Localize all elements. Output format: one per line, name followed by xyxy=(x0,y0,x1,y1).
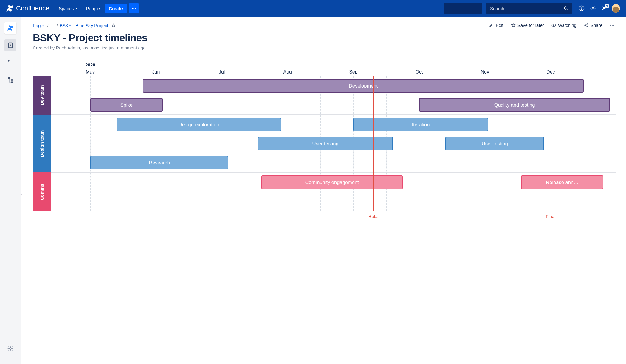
page-icon xyxy=(7,42,14,49)
gear-icon xyxy=(590,5,596,11)
chart-month-tick: May xyxy=(86,69,95,75)
chart-year: 2020 xyxy=(85,62,95,67)
roadmap-chart: 2020MayJunJulAugSepOctNovDec Dev teamDev… xyxy=(33,62,616,219)
search-input[interactable] xyxy=(489,6,563,11)
chart-lane: Design teamDesign explorationIterationUs… xyxy=(33,115,616,172)
chart-milestone-label: Final xyxy=(546,214,556,219)
nav-spaces-label: Spaces xyxy=(59,6,74,11)
page-main: Pages / … / BSKY - Blue Sky Project Edit… xyxy=(21,17,626,364)
sidebar-settings[interactable] xyxy=(4,343,16,354)
confluence-icon xyxy=(6,4,14,12)
chart-bar[interactable]: Development xyxy=(143,79,583,93)
chart-bar[interactable]: Community engagement xyxy=(261,175,403,189)
svg-point-0 xyxy=(132,8,133,9)
chart-lane: CommsCommunity engagementRelease ann… xyxy=(33,172,616,211)
chevron-down-icon xyxy=(75,7,78,10)
share-accel: S xyxy=(591,23,594,28)
settings-button[interactable] xyxy=(588,3,598,13)
confluence-icon xyxy=(7,25,14,31)
edit-rest: dit xyxy=(499,23,503,28)
breadcrumb: Pages / … / BSKY - Blue Sky Project xyxy=(33,23,116,28)
product-logo[interactable]: Confluence xyxy=(6,4,49,12)
sidebar-tree[interactable] xyxy=(4,74,16,86)
quote-icon: ” xyxy=(7,59,14,66)
star-icon xyxy=(511,23,516,28)
chart-bar[interactable]: User testing xyxy=(258,137,393,150)
chart-month-tick: Jun xyxy=(152,69,160,75)
nav-spaces[interactable]: Spaces xyxy=(56,4,81,13)
svg-point-22 xyxy=(610,25,611,26)
chart-lane-label: Comms xyxy=(33,172,51,211)
timeline-header: 2020MayJunJulAugSepOctNovDec xyxy=(51,62,616,76)
top-nav: Confluence Spaces People Create ? 2 xyxy=(0,0,626,17)
breadcrumb-parent[interactable]: BSKY - Blue Sky Project xyxy=(60,23,108,28)
breadcrumb-pages[interactable]: Pages xyxy=(33,23,46,28)
chart-lane-label: Design team xyxy=(33,115,51,172)
help-button[interactable]: ? xyxy=(577,3,587,13)
chart-bar[interactable]: Spike xyxy=(90,98,163,112)
svg-rect-14 xyxy=(11,82,13,83)
page-byline: Created by Rach Admin, last modified jus… xyxy=(33,45,616,50)
nav-people[interactable]: People xyxy=(83,4,103,13)
share-icon xyxy=(584,23,589,28)
nav-people-label: People xyxy=(86,6,100,11)
ellipsis-icon xyxy=(131,6,136,11)
unlock-icon xyxy=(111,23,116,27)
product-name: Confluence xyxy=(16,4,49,12)
watch-accel: W xyxy=(558,23,562,28)
page-more-action[interactable] xyxy=(610,23,616,28)
chart-bar[interactable]: Release ann… xyxy=(521,175,603,189)
chart-bar[interactable]: Research xyxy=(90,156,228,169)
restrictions-icon[interactable] xyxy=(111,23,116,28)
watching-action[interactable]: Watching xyxy=(551,23,577,28)
create-button[interactable]: Create xyxy=(105,4,127,13)
svg-point-18 xyxy=(553,24,554,26)
svg-point-7 xyxy=(592,8,594,9)
edit-accel: E xyxy=(496,23,499,28)
tree-icon xyxy=(7,77,14,83)
chart-lane: Dev teamDevelopmentSpikeQuality and test… xyxy=(33,76,616,115)
chart-month-tick: Sep xyxy=(349,69,357,75)
notifications-button[interactable]: 2 xyxy=(599,3,609,13)
header-placeholder xyxy=(444,3,482,14)
share-post: hare xyxy=(594,23,602,28)
chart-month-tick: Oct xyxy=(416,69,423,75)
notification-count: 2 xyxy=(605,4,609,8)
left-sidebar: ” ⋮⋮ xyxy=(0,17,21,364)
svg-point-23 xyxy=(612,25,613,26)
chart-month-tick: Dec xyxy=(546,69,555,75)
watch-post: atching xyxy=(562,23,577,28)
svg-point-24 xyxy=(613,25,614,26)
chart-bar[interactable]: User testing xyxy=(445,137,544,150)
sidebar-space-icon[interactable] xyxy=(4,22,16,34)
page-actions: Edit Save for later Watching Share xyxy=(482,23,616,28)
svg-rect-16 xyxy=(112,25,115,27)
help-icon: ? xyxy=(579,5,585,11)
svg-rect-12 xyxy=(8,77,10,79)
ellipsis-icon xyxy=(610,23,615,28)
chart-month-tick: Nov xyxy=(481,69,489,75)
eye-icon xyxy=(551,23,556,28)
breadcrumb-ellipsis[interactable]: … xyxy=(50,23,55,28)
user-avatar[interactable] xyxy=(612,4,620,13)
chart-bar[interactable]: Quality and testing xyxy=(419,98,610,112)
page-title: BSKY - Project timelines xyxy=(33,32,616,43)
svg-text:”: ” xyxy=(7,59,10,66)
create-more-button[interactable] xyxy=(129,3,139,13)
timeline-rows: Dev teamDevelopmentSpikeQuality and test… xyxy=(33,76,616,211)
chart-milestone-label: Beta xyxy=(368,214,378,219)
search-icon xyxy=(563,6,569,11)
chart-bar[interactable]: Design exploration xyxy=(117,118,281,131)
sidebar-blog[interactable]: ” xyxy=(4,57,16,69)
search-box[interactable] xyxy=(486,3,572,14)
svg-line-4 xyxy=(567,9,568,10)
svg-point-3 xyxy=(564,7,567,9)
share-action[interactable]: Share xyxy=(584,23,602,28)
sidebar-resize-handle[interactable]: ⋮⋮ xyxy=(21,185,23,196)
save-pre: Save xyxy=(517,23,529,28)
svg-point-2 xyxy=(135,8,136,9)
save-for-later-action[interactable]: Save for later xyxy=(511,23,544,28)
edit-action[interactable]: Edit xyxy=(489,23,503,28)
sidebar-pages[interactable] xyxy=(4,39,16,51)
create-button-label: Create xyxy=(109,6,123,11)
